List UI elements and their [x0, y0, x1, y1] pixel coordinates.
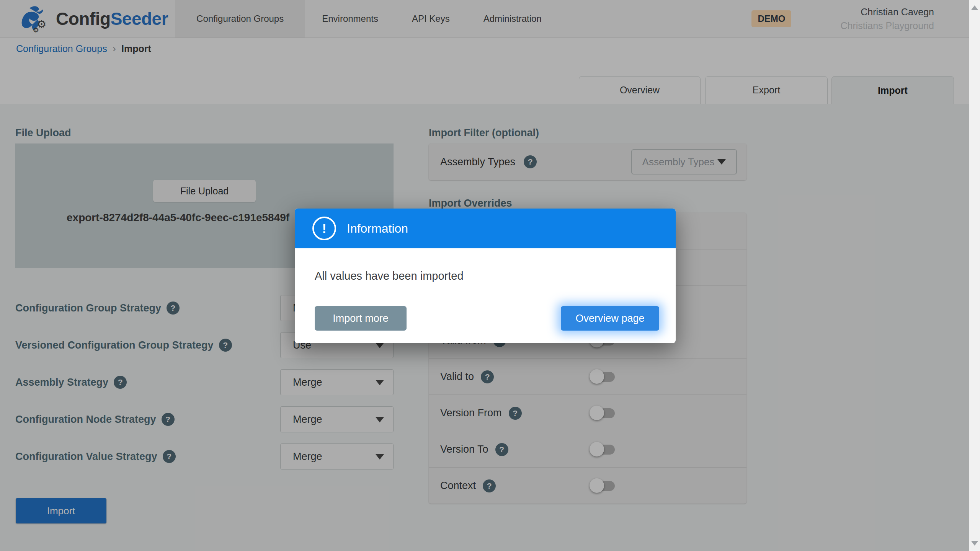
scroll-down-icon[interactable] — [971, 541, 978, 546]
dialog-header: ! Information — [295, 209, 676, 248]
import-more-button[interactable]: Import more — [315, 306, 407, 331]
configseeder-app: ⚙ ⚙ ConfigSeeder Configuration Groups En… — [0, 0, 980, 551]
information-dialog: ! Information All values have been impor… — [295, 209, 676, 343]
dialog-message: All values have been imported — [315, 270, 464, 282]
info-circle-icon: ! — [312, 217, 336, 240]
scroll-up-icon[interactable] — [971, 5, 978, 10]
overview-page-button[interactable]: Overview page — [561, 306, 659, 331]
dialog-title: Information — [347, 222, 408, 236]
vertical-scrollbar[interactable] — [969, 0, 980, 551]
